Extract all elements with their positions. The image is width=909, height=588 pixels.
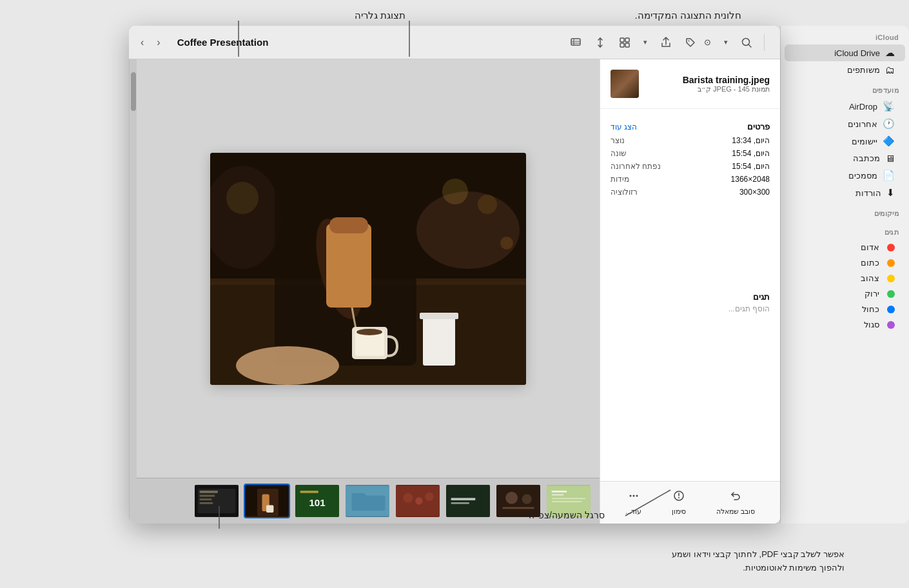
thumbnail-8[interactable] bbox=[193, 484, 240, 518]
sidebar-item-tag-purple[interactable]: סגול bbox=[785, 317, 905, 332]
file-header: Barista training.jpeg תמונת 145 - JPEG ק… bbox=[600, 59, 780, 109]
scrollbar-thumb[interactable] bbox=[131, 72, 136, 111]
downloads-icon: ⬇ bbox=[886, 187, 895, 199]
sidebar-item-downloads[interactable]: ⬇ הורדות bbox=[785, 184, 905, 201]
resolution-row: 300×300 רזולוציה bbox=[611, 186, 770, 199]
show-more-link[interactable]: הצג עוד bbox=[611, 122, 637, 132]
toolbar-left-group: ▾ ⊙ bbox=[700, 34, 765, 51]
tag-dropdown-button[interactable]: ▾ bbox=[720, 35, 732, 49]
bottom-action-bar: סובב שמאלה סימון bbox=[600, 481, 780, 524]
share-icon bbox=[660, 37, 672, 48]
search-button[interactable] bbox=[737, 34, 756, 51]
more-icon bbox=[627, 489, 640, 505]
display-button[interactable] bbox=[566, 34, 585, 51]
svg-rect-48 bbox=[451, 502, 469, 504]
svg-point-52 bbox=[425, 493, 433, 501]
annotation-bottom-note: אפשר לשלב קבצי PDF, לחתוך קבצי וידאו ושמ… bbox=[651, 548, 845, 575]
modified-value: היום, 15:54 bbox=[732, 149, 770, 158]
sidebar-item-tag-blue[interactable]: כחול bbox=[785, 302, 905, 317]
tags-add-placeholder[interactable]: הוסף תגים... bbox=[611, 304, 770, 313]
svg-point-43 bbox=[505, 492, 518, 504]
svg-rect-39 bbox=[552, 495, 564, 496]
tag-blue-label: כחול bbox=[795, 304, 879, 314]
arrange-button[interactable] bbox=[591, 34, 610, 51]
window-title: Coffee Presentation bbox=[177, 37, 269, 48]
thumbnail-image bbox=[611, 70, 639, 98]
dimensions-row: 1366×2048 מידות bbox=[611, 173, 770, 186]
back-button[interactable]: ‹ bbox=[153, 34, 164, 51]
cloud-icon: ☁ bbox=[885, 47, 895, 59]
thumbnail-4[interactable] bbox=[395, 484, 441, 518]
sidebar-section-tags: תגים bbox=[781, 220, 909, 239]
svg-point-14 bbox=[678, 497, 679, 498]
more-action[interactable]: עוד... bbox=[620, 487, 647, 518]
sidebar-item-icloud-drive[interactable]: ☁ iCloud Drive bbox=[785, 44, 905, 61]
sidebar-item-applications[interactable]: 🔷 יישומים bbox=[785, 133, 905, 150]
scrollbar-track[interactable] bbox=[129, 59, 137, 524]
finder-sidebar: iCloud ☁ iCloud Drive 🗂 משותפים מועדפים … bbox=[780, 26, 909, 524]
sidebar-item-tag-green[interactable]: ירוק bbox=[785, 286, 905, 301]
svg-rect-40 bbox=[552, 498, 586, 499]
thumbnail-2[interactable] bbox=[495, 484, 542, 518]
more-options-button[interactable]: ⊙ bbox=[700, 35, 715, 50]
svg-line-1 bbox=[748, 44, 751, 47]
resolution-label: רזולוציה bbox=[611, 188, 638, 197]
file-name: Barista training.jpeg bbox=[683, 75, 770, 85]
blue-dot bbox=[887, 306, 895, 313]
details-title: פרטים bbox=[747, 122, 770, 132]
rotate-action[interactable]: סובב שמאלה bbox=[711, 487, 760, 518]
share-button[interactable] bbox=[656, 34, 676, 51]
markup-icon bbox=[672, 489, 685, 505]
sidebar-item-documents[interactable]: 📄 מסמכים bbox=[785, 167, 905, 184]
sidebar-item-tag-orange[interactable]: כתום bbox=[785, 255, 905, 270]
created-row: היום, 13:34 נוצר bbox=[611, 134, 770, 147]
orange-dot bbox=[887, 259, 895, 267]
svg-rect-5 bbox=[620, 43, 624, 47]
svg-rect-65 bbox=[200, 498, 212, 500]
sidebar-section-favorites: מועדפים bbox=[781, 79, 909, 97]
sidebar-item-documents-label: מסמכים bbox=[795, 171, 877, 181]
sidebar-section-icloud: iCloud bbox=[781, 26, 909, 44]
thumbnail-7[interactable] bbox=[244, 484, 290, 518]
tag-button[interactable] bbox=[681, 34, 700, 51]
svg-rect-42 bbox=[496, 485, 540, 516]
file-details-section: פרטים הצג עוד היום, 13:34 נוצר היום, 15:… bbox=[600, 109, 780, 287]
thumbnail-1[interactable] bbox=[545, 484, 592, 518]
sidebar-item-desktop[interactable]: 🖥 מכתבה bbox=[785, 150, 905, 166]
markup-action[interactable]: סימון bbox=[667, 487, 691, 518]
svg-point-15 bbox=[629, 495, 631, 497]
svg-rect-45 bbox=[502, 507, 534, 509]
recents-icon: 🕐 bbox=[883, 118, 895, 130]
view-grid-button[interactable] bbox=[615, 34, 634, 51]
details-header: פרטים הצג עוד bbox=[611, 117, 770, 134]
sidebar-item-tag-red[interactable]: אדום bbox=[785, 240, 905, 255]
toolbar-right-group: Coffee Presentation ‹ › bbox=[137, 34, 276, 51]
svg-rect-46 bbox=[446, 485, 490, 516]
search-icon bbox=[741, 37, 752, 48]
svg-rect-4 bbox=[625, 38, 629, 42]
view-dropdown-button[interactable]: ▾ bbox=[640, 35, 651, 49]
svg-rect-38 bbox=[552, 491, 567, 493]
purple-dot bbox=[887, 321, 895, 329]
sidebar-item-shared[interactable]: 🗂 משותפים bbox=[785, 62, 905, 78]
thumbnail-6[interactable]: 101 bbox=[294, 484, 340, 518]
coffee-image-svg bbox=[210, 153, 526, 385]
svg-point-16 bbox=[632, 495, 634, 497]
thumbnail-3[interactable] bbox=[445, 484, 491, 518]
tag-yellow-label: צהוב bbox=[795, 273, 879, 283]
thumbnail-5[interactable] bbox=[344, 484, 391, 518]
resolution-value: 300×300 bbox=[739, 188, 770, 197]
yellow-dot bbox=[887, 275, 895, 282]
preview-image bbox=[210, 153, 526, 385]
sidebar-item-applications-label: יישומים bbox=[795, 137, 877, 146]
sidebar-section-locations: מיקומים bbox=[781, 202, 909, 220]
svg-point-29 bbox=[357, 329, 382, 335]
sidebar-item-tag-yellow[interactable]: צהוב bbox=[785, 271, 905, 286]
sidebar-item-recents[interactable]: 🕐 אחרונים bbox=[785, 115, 905, 132]
svg-point-32 bbox=[236, 346, 339, 385]
green-dot bbox=[887, 290, 895, 298]
annotation-preview-panel: חלונית התצוגה המקדימה. bbox=[634, 10, 741, 21]
sidebar-item-airdrop[interactable]: 📡 AirDrop bbox=[785, 98, 905, 115]
thumbnail-strip: 101 bbox=[137, 478, 600, 524]
forward-button[interactable]: › bbox=[137, 34, 148, 51]
